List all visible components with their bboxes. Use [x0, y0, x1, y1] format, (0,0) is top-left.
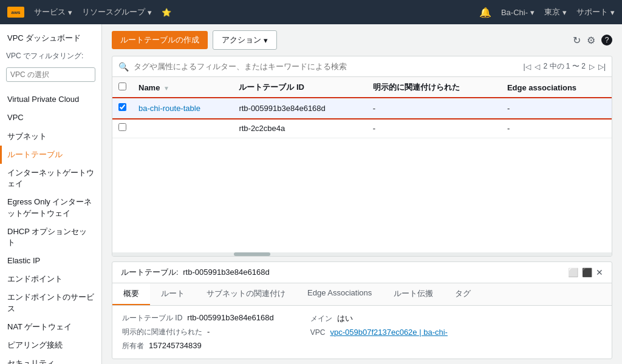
user-menu[interactable]: Ba-Chi- ▾: [501, 8, 535, 17]
pagination-info: |◁ ◁ 2 中の 1 〜 2 ▷ ▷|: [523, 61, 606, 72]
detail-right-col: メイン はい VPC vpc-059b07f2137ec062e | ba-ch…: [310, 313, 448, 351]
settings-icon[interactable]: ⚙: [587, 35, 595, 46]
sidebar-item-internet-gateway[interactable]: インターネットゲートウェイ: [0, 164, 101, 193]
table-body: ba-chi-route-table rtb-005991b3e84e6168d…: [112, 98, 612, 138]
sidebar-item-dashboard[interactable]: VPC ダッシュボード: [0, 29, 101, 47]
aws-logo: aws: [7, 7, 24, 18]
search-bar: 🔍 |◁ ◁ 2 中の 1 〜 2 ▷ ▷|: [112, 56, 612, 77]
th-explicitly-associated[interactable]: 明示的に関連付けられた: [367, 77, 501, 98]
row1-id-cell: rtb-005991b3e84e6168d: [233, 98, 366, 118]
sidebar-item-dhcp[interactable]: DHCP オプションセット: [0, 223, 101, 252]
row1-explicit-cell: -: [367, 98, 501, 118]
owner-label: 所有者: [122, 341, 144, 351]
row1-checkbox-cell: [112, 98, 132, 118]
detail-content: ルートテーブル ID rtb-005991b3e84e6168d 明示的に関連付…: [112, 306, 612, 359]
th-edge-associations[interactable]: Edge associations: [501, 77, 612, 98]
resourcegroups-menu[interactable]: リソースグループ ▾: [82, 7, 152, 18]
region-menu[interactable]: 東京 ▾: [544, 7, 567, 18]
tab-routes[interactable]: ルート: [150, 283, 196, 305]
detail-row-main: メイン はい: [310, 313, 448, 324]
tab-edge-associations[interactable]: Edge Associations: [296, 283, 383, 305]
top-nav: aws サービス ▾ リソースグループ ▾ ⭐ 🔔 Ba-Chi- ▾ 東京 ▾…: [0, 0, 622, 24]
rtb-id-value: rtb-005991b3e84e6168d: [187, 313, 273, 322]
sidebar-item-virtual-private-cloud[interactable]: Virtual Private Cloud: [0, 90, 101, 109]
row2-explicit-cell: -: [367, 118, 501, 138]
th-route-table-id[interactable]: ルートテーブル ID: [233, 77, 366, 98]
support-menu[interactable]: サポート ▾: [576, 7, 615, 18]
pagination-next[interactable]: ▷: [589, 62, 595, 71]
aws-logo-box: aws: [7, 7, 24, 18]
sidebar-item-security[interactable]: セキュリティ: [0, 354, 101, 364]
detail-header-title: ルートテーブル: rtb-005991b3e84e6168d: [121, 267, 270, 278]
row2-checkbox[interactable]: [118, 123, 126, 131]
tab-subnet-associations[interactable]: サブネットの関連付け: [196, 283, 296, 305]
name-sort-icon: ▼: [163, 85, 169, 92]
detail-left-col: ルートテーブル ID rtb-005991b3e84e6168d 明示的に関連付…: [122, 313, 274, 351]
sidebar-item-endpoint[interactable]: エンドポイント: [0, 270, 101, 288]
sidebar-item-subnet[interactable]: サブネット: [0, 127, 101, 146]
main-label: メイン: [310, 314, 332, 324]
pagination-prev[interactable]: ◁: [535, 62, 540, 71]
owner-value: 157245734839: [149, 341, 202, 350]
vpc-filter-input[interactable]: [6, 67, 95, 82]
sidebar-item-elastic-ip[interactable]: Elastic IP: [0, 252, 101, 270]
row1-name-cell: ba-chi-route-table: [132, 98, 233, 118]
bell-icon[interactable]: 🔔: [479, 7, 491, 18]
search-icon: 🔍: [118, 62, 129, 72]
detail-icon-close[interactable]: ✕: [596, 268, 603, 277]
row2-edge-cell: -: [501, 118, 612, 138]
pagination-first[interactable]: |◁: [523, 62, 530, 71]
sidebar-item-nat-gateway[interactable]: NAT ゲートウェイ: [0, 318, 101, 336]
scroll-track: [112, 252, 612, 256]
table-row[interactable]: rtb-2c2cbe4a - -: [112, 118, 612, 138]
row2-checkbox-cell: [112, 118, 132, 138]
create-route-table-button[interactable]: ルートテーブルの作成: [112, 31, 208, 49]
select-all-checkbox[interactable]: [118, 83, 126, 90]
toolbar: ルートテーブルの作成 アクション ▾ ↻ ⚙ ?: [102, 24, 622, 56]
main-value: はい: [337, 313, 353, 324]
pagination-last[interactable]: ▷|: [598, 62, 606, 71]
row2-name-cell: [132, 118, 233, 138]
row1-edge-cell: -: [501, 98, 612, 118]
refresh-icon[interactable]: ↻: [573, 35, 581, 46]
vpc-value-link[interactable]: vpc-059b07f2137ec062e | ba-chi-: [330, 328, 447, 337]
help-icon[interactable]: ?: [601, 35, 612, 46]
table-header-row: Name ▼ ルートテーブル ID 明示的に関連付けられた Edge assoc…: [112, 77, 612, 98]
actions-button[interactable]: アクション ▾: [213, 30, 277, 50]
detail-header: ルートテーブル: rtb-005991b3e84e6168d ⬜ ⬛ ✕: [112, 262, 612, 283]
sidebar: VPC ダッシュボード VPC でフィルタリング: Virtual Privat…: [0, 24, 102, 364]
sidebar-filter-label: VPC でフィルタリング:: [0, 47, 101, 64]
tab-route-propagation[interactable]: ルート伝搬: [383, 283, 444, 305]
row1-checkbox[interactable]: [118, 103, 126, 111]
detail-row-rtb-id: ルートテーブル ID rtb-005991b3e84e6168d: [122, 313, 274, 323]
pagination-text: 2 中の 1 〜 2: [544, 61, 586, 72]
tab-tags[interactable]: タグ: [444, 283, 482, 305]
main-layout: VPC ダッシュボード VPC でフィルタリング: Virtual Privat…: [0, 24, 622, 364]
explicit-label: 明示的に関連付けられた: [122, 327, 202, 337]
detail-icon-minimize[interactable]: ⬜: [568, 268, 578, 277]
sidebar-item-route-table[interactable]: ルートテーブル: [0, 146, 101, 164]
detail-icon-split[interactable]: ⬛: [582, 268, 592, 277]
sidebar-filter[interactable]: [0, 64, 101, 86]
row1-name-link[interactable]: ba-chi-route-table: [138, 104, 200, 113]
detail-row-explicit: 明示的に関連付けられた -: [122, 327, 274, 337]
sidebar-item-endpoint-service[interactable]: エンドポイントのサービス: [0, 288, 101, 317]
table-container: 🔍 |◁ ◁ 2 中の 1 〜 2 ▷ ▷| Name ▼: [112, 56, 612, 257]
sidebar-item-peering[interactable]: ピアリング接続: [0, 336, 101, 354]
tab-overview[interactable]: 概要: [112, 283, 150, 305]
search-input[interactable]: [134, 62, 518, 71]
services-menu[interactable]: サービス ▾: [34, 7, 72, 18]
toolbar-icons: ↻ ⚙ ?: [573, 35, 612, 46]
th-name[interactable]: Name ▼: [132, 77, 233, 98]
detail-tabs: 概要 ルート サブネットの関連付け Edge Associations ルート伝…: [112, 283, 612, 306]
table-body-wrapper: Name ▼ ルートテーブル ID 明示的に関連付けられた Edge assoc…: [112, 77, 612, 252]
nav-right: 🔔 Ba-Chi- ▾ 東京 ▾ サポート ▾: [479, 7, 615, 18]
vpc-label: VPC: [310, 328, 326, 337]
row2-id-cell: rtb-2c2cbe4a: [233, 118, 366, 138]
bookmarks[interactable]: ⭐: [162, 8, 171, 17]
rtb-id-label: ルートテーブル ID: [122, 313, 182, 323]
detail-row-owner: 所有者 157245734839: [122, 341, 274, 351]
sidebar-item-egress-only[interactable]: Egress Only インターネットゲートウェイ: [0, 193, 101, 222]
sidebar-item-vpc[interactable]: VPC: [0, 109, 101, 127]
table-row[interactable]: ba-chi-route-table rtb-005991b3e84e6168d…: [112, 98, 612, 118]
